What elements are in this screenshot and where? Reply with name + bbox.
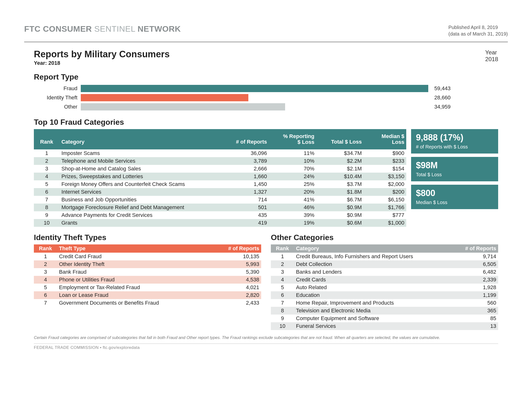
cell-category: Grants xyxy=(59,220,221,226)
col-header-total: Total $ Loss xyxy=(316,139,364,145)
cell-rank: 9 xyxy=(34,212,59,218)
cell-category: Telephone and Mobile Services xyxy=(59,158,221,164)
identity-table-header: Rank Theft Type # of Reports xyxy=(34,244,261,253)
cell-rank: 3 xyxy=(34,269,57,275)
cell-total: $2.1M xyxy=(316,166,364,172)
cell-pct: 39% xyxy=(269,212,316,218)
cell-pct: 10% xyxy=(269,158,316,164)
cell-rank: 10 xyxy=(34,220,59,226)
cell-pct: 25% xyxy=(269,181,316,187)
other-table-header: Rank Category # of Reports xyxy=(271,244,498,253)
table-row: 2Telephone and Mobile Services3,78910%$2… xyxy=(34,157,406,165)
cell-category: Funeral Services xyxy=(294,323,446,329)
cell-rank: 2 xyxy=(271,261,294,267)
section-heading-report-type: Report Type xyxy=(34,73,508,82)
chart-category-label: Other xyxy=(34,104,81,110)
table-row: 2Debt Collection6,505 xyxy=(271,260,498,268)
chart-bar xyxy=(81,94,248,101)
cell-type: Government Documents or Benefits Fraud xyxy=(57,300,209,306)
cell-category: Banks and Lenders xyxy=(294,269,446,275)
cell-reports: 2,433 xyxy=(209,300,261,306)
col-header-rank: Rank xyxy=(271,245,294,252)
cell-type: Phone or Utilities Fraud xyxy=(57,277,209,283)
cell-category: Debt Collection xyxy=(294,261,446,267)
cell-reports: 9,714 xyxy=(446,253,498,260)
cell-pct: 46% xyxy=(269,204,316,211)
table-row: 4Prizes, Sweepstakes and Lotteries1,6602… xyxy=(34,173,406,180)
cell-rank: 2 xyxy=(34,261,57,267)
cell-reports: 2,820 xyxy=(209,292,261,298)
col-header-pct: % Reporting$ Loss xyxy=(269,133,316,145)
cell-reports: 501 xyxy=(221,204,269,211)
cell-category: Credit Bureaus, Info Furnishers and Repo… xyxy=(294,253,446,260)
stat-median-loss: $800 Median $ Loss xyxy=(411,185,498,209)
cell-median: $777 xyxy=(364,212,406,218)
cell-pct: 20% xyxy=(269,189,316,195)
cell-median: $1,000 xyxy=(364,220,406,226)
cell-reports: 1,450 xyxy=(221,181,269,187)
col-header-type: Theft Type xyxy=(57,245,209,252)
chart-value-label: 34,959 xyxy=(434,104,450,110)
year-filter[interactable]: Year 2018 xyxy=(485,49,498,66)
stat-reports-with-loss: 9,888 (17%) # of Reports with $ Loss xyxy=(411,129,498,154)
cell-median: $900 xyxy=(364,150,406,156)
cell-type: Loan or Lease Fraud xyxy=(57,292,209,298)
chart-category-label: Identity Theft xyxy=(34,94,81,101)
col-header-median: Median $Loss xyxy=(364,133,406,145)
cell-total: $2.2M xyxy=(316,158,364,164)
table-row: 3Shop-at-Home and Catalog Sales2,66670%$… xyxy=(34,165,406,173)
cell-total: $0.9M xyxy=(316,204,364,211)
cell-rank: 1 xyxy=(34,253,57,260)
brand-part-1: FTC CONSUMER xyxy=(24,24,94,33)
cell-reports: 5,390 xyxy=(209,269,261,275)
table-row: 4Phone or Utilities Fraud4,538 xyxy=(34,276,261,284)
chart-category-label: Fraud xyxy=(34,85,81,92)
cell-category: Television and Electronic Media xyxy=(294,308,446,314)
table-row: 8Mortgage Foreclosure Relief and Debt Ma… xyxy=(34,204,406,211)
cell-reports: 560 xyxy=(446,300,498,306)
chart-bar xyxy=(81,85,428,92)
cell-total: $3.7M xyxy=(316,181,364,187)
cell-rank: 5 xyxy=(34,284,57,291)
cell-category: Credit Cards xyxy=(294,277,446,283)
table-row: 10Grants41919%$0.6M$1,000 xyxy=(34,219,406,227)
cell-rank: 3 xyxy=(34,166,59,172)
cell-rank: 6 xyxy=(34,292,57,298)
cell-reports: 6,505 xyxy=(446,261,498,267)
cell-reports: 714 xyxy=(221,196,269,203)
cell-reports: 10,135 xyxy=(209,253,261,260)
table-row: 6Education1,199 xyxy=(271,291,498,299)
cell-reports: 6,482 xyxy=(446,269,498,275)
stat-total-loss: $98M Total $ Loss xyxy=(411,157,498,181)
stat-value: $800 xyxy=(416,188,493,198)
cell-rank: 8 xyxy=(34,204,59,211)
cell-rank: 3 xyxy=(271,269,294,275)
cell-reports: 4,021 xyxy=(209,284,261,291)
cell-reports: 365 xyxy=(446,308,498,314)
cell-median: $1,766 xyxy=(364,204,406,211)
cell-pct: 19% xyxy=(269,220,316,226)
cell-rank: 1 xyxy=(34,150,59,156)
cell-reports: 419 xyxy=(221,220,269,226)
cell-category: Business and Job Opportunities xyxy=(59,196,221,203)
cell-category: Shop-at-Home and Catalog Sales xyxy=(59,166,221,172)
table-row: 8Television and Electronic Media365 xyxy=(271,307,498,315)
cell-rank: 4 xyxy=(34,173,59,180)
cell-category: Mortgage Foreclosure Relief and Debt Man… xyxy=(59,204,221,211)
cell-reports: 2,339 xyxy=(446,277,498,283)
cell-pct: 11% xyxy=(269,150,316,156)
cell-category: Home Repair, Improvement and Products xyxy=(294,300,446,306)
table-row: 10Funeral Services13 xyxy=(271,322,498,330)
published-block: Published April 8, 2019 (data as of Marc… xyxy=(448,24,508,37)
col-header-rank: Rank xyxy=(34,245,57,252)
published-asof: (data as of March 31, 2019) xyxy=(448,31,508,37)
stat-label: Median $ Loss xyxy=(416,200,493,205)
table-row: 4Credit Cards2,339 xyxy=(271,276,498,284)
cell-rank: 4 xyxy=(271,277,294,283)
table-row: 7Business and Job Opportunities71441%$6.… xyxy=(34,196,406,204)
cell-total: $6.7M xyxy=(316,196,364,203)
identity-table: 1Credit Card Fraud10,1352Other Identity … xyxy=(34,253,261,307)
cell-pct: 24% xyxy=(269,173,316,180)
table-row: 5Employment or Tax-Related Fraud4,021 xyxy=(34,284,261,291)
stat-label: # of Reports with $ Loss xyxy=(416,144,493,150)
